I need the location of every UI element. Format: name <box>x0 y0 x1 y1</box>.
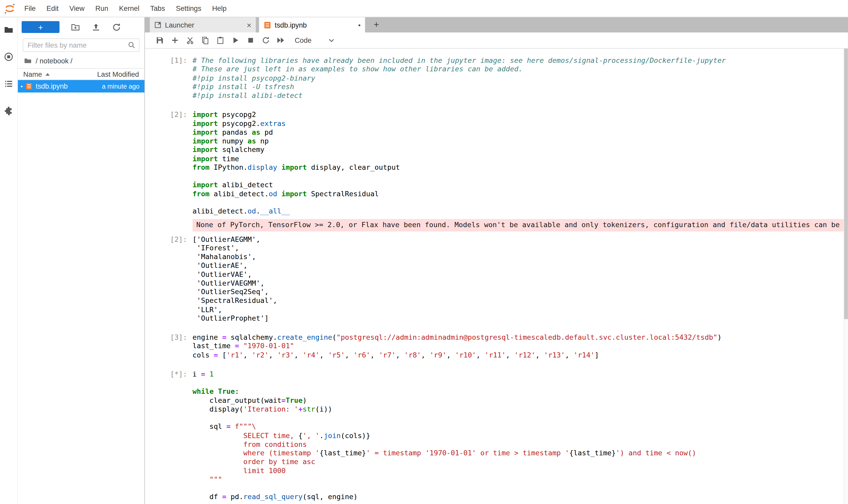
table-of-contents-icon[interactable] <box>3 78 14 89</box>
cell-editor[interactable]: # The following libraries have already b… <box>193 56 844 100</box>
error-output-cell[interactable]: None of PyTorch, TensorFlow >= 2.0, or F… <box>158 219 844 231</box>
code-line[interactable]: """ <box>193 475 844 484</box>
code-line[interactable]: from IPython.display import display, cle… <box>193 163 844 172</box>
refresh-icon[interactable] <box>112 22 121 32</box>
tab-launcher[interactable]: Launcher × <box>150 17 256 33</box>
code-line[interactable] <box>193 172 844 181</box>
unsaved-changes-dot[interactable]: ● <box>358 22 361 27</box>
file-row-tsdb[interactable]: ● tsdb.ipynb a minute ago <box>18 80 144 92</box>
menu-view[interactable]: View <box>64 0 90 17</box>
notebook-icon <box>264 21 272 29</box>
paste-icon[interactable] <box>213 34 228 47</box>
menu-help[interactable]: Help <box>207 0 232 17</box>
cell-editor[interactable]: i = 1 while True: clear_output(wait=True… <box>193 370 844 502</box>
run-icon[interactable] <box>228 34 243 47</box>
menu-file[interactable]: File <box>19 0 41 17</box>
code-line[interactable]: where (timestamp '{last_time}' = timesta… <box>193 449 844 458</box>
code-line[interactable]: import sqlalchemy <box>193 145 844 154</box>
cell-editor[interactable]: import psycopg2import psycopg2.extrasimp… <box>193 110 844 216</box>
code-cell[interactable]: [1]:# The following libraries have alrea… <box>158 56 844 100</box>
code-line[interactable]: alibi_detect.od.__all__ <box>193 207 844 216</box>
code-line[interactable]: while True: <box>193 387 844 396</box>
open-file-dot: ● <box>21 85 25 88</box>
run-all-icon[interactable] <box>273 34 288 47</box>
cell-type-dropdown[interactable]: Code <box>295 36 336 44</box>
output-line: 'OutlierProphet'] <box>193 314 844 323</box>
code-line[interactable]: cols = ['r1', 'r2', 'r3', 'r4', 'r5', 'r… <box>193 351 844 360</box>
menu-run[interactable]: Run <box>90 0 113 17</box>
code-line[interactable]: import psycopg2 <box>193 110 844 119</box>
code-line[interactable] <box>193 198 844 207</box>
file-name: tsdb.ipynb <box>36 82 68 90</box>
code-line[interactable] <box>193 379 844 387</box>
code-line[interactable]: import time <box>193 155 844 163</box>
code-line[interactable]: import numpy as np <box>193 137 844 145</box>
execution-prompt <box>158 219 192 231</box>
code-line[interactable]: clear_output(wait=True) <box>193 396 844 405</box>
code-line[interactable]: order by time asc <box>193 458 844 466</box>
code-line[interactable]: import pandas as pd <box>193 128 844 137</box>
code-line[interactable]: #!pip install psycopg2-binary <box>193 74 844 83</box>
filter-files-box <box>23 38 140 52</box>
column-last-modified[interactable]: Last Modified <box>97 70 139 78</box>
code-line[interactable]: # These are just left in as examples to … <box>193 65 844 74</box>
menu-edit[interactable]: Edit <box>41 0 64 17</box>
code-line[interactable]: engine = sqlalchemy.create_engine("postg… <box>193 333 844 342</box>
code-cell[interactable]: [*]:i = 1 while True: clear_output(wait=… <box>158 370 844 502</box>
new-launcher-button[interactable]: + <box>22 21 59 33</box>
filter-files-input[interactable] <box>23 38 140 52</box>
column-name[interactable]: Name <box>23 70 42 78</box>
code-cell[interactable]: [3]:engine = sqlalchemy.create_engine("p… <box>158 333 844 360</box>
code-line[interactable]: limit 1000 <box>193 466 844 475</box>
folder-icon[interactable] <box>24 57 32 65</box>
code-line[interactable]: i = 1 <box>193 370 844 379</box>
upload-icon[interactable] <box>91 22 101 32</box>
tab-tsdb-label: tsdb.ipynb <box>275 21 355 29</box>
file-browser-tab-icon[interactable] <box>3 24 14 35</box>
scrollbar-thumb[interactable] <box>844 49 848 319</box>
extensions-puzzle-icon[interactable] <box>3 105 14 116</box>
close-tab-icon[interactable]: × <box>247 21 251 29</box>
code-line[interactable]: # The following libraries have already b… <box>193 56 844 65</box>
notebook-scrollbar[interactable] <box>844 49 848 504</box>
breadcrumb-path[interactable]: / notebook / <box>36 57 73 65</box>
output-line: 'LLR', <box>193 305 844 314</box>
stop-icon[interactable] <box>243 34 258 47</box>
menu-tabs[interactable]: Tabs <box>145 0 170 17</box>
code-line[interactable]: display('Iteration: '+str(i)) <box>193 405 844 414</box>
code-line[interactable]: import psycopg2.extras <box>193 119 844 128</box>
code-line[interactable]: sql = f"""\ <box>193 422 844 431</box>
output-cell[interactable]: [2]:['OutlierAEGMM', 'IForest', 'Mahalan… <box>158 235 844 323</box>
new-folder-icon[interactable] <box>71 22 80 32</box>
code-line[interactable]: import alibi_detect <box>193 181 844 190</box>
cell-editor[interactable]: engine = sqlalchemy.create_engine("postg… <box>193 333 844 360</box>
search-icon[interactable] <box>128 41 136 50</box>
menu-settings[interactable]: Settings <box>170 0 207 17</box>
code-line[interactable]: #!pip install alibi-detect <box>193 91 844 100</box>
code-line[interactable]: SELECT time, {', '.join(cols)} <box>193 431 844 440</box>
output-line: 'OutlierSeq2Seq', <box>193 288 844 296</box>
save-icon[interactable] <box>152 34 167 47</box>
code-line[interactable] <box>193 414 844 422</box>
output-line: ['OutlierAEGMM', <box>193 235 844 244</box>
new-tab-button[interactable]: + <box>368 17 384 33</box>
tab-bar: Launcher × tsdb.ipynb ● + <box>145 17 848 33</box>
code-line[interactable]: #!pip install -U tsfresh <box>193 83 844 91</box>
sort-ascending-icon[interactable] <box>45 73 50 75</box>
execution-prompt: [2]: <box>158 110 192 216</box>
copy-icon[interactable] <box>197 34 213 47</box>
code-line[interactable]: df = pd.read_sql_query(sql, engine) <box>193 493 844 502</box>
menu-kernel[interactable]: Kernel <box>113 0 145 17</box>
tab-tsdb[interactable]: tsdb.ipynb ● <box>259 17 365 33</box>
cell-type-value: Code <box>295 36 312 44</box>
code-line[interactable]: from alibi_detect.od import SpectralResi… <box>193 190 844 198</box>
insert-cell-icon[interactable] <box>167 34 182 47</box>
code-cell[interactable]: [2]:import psycopg2import psycopg2.extra… <box>158 110 844 216</box>
restart-icon[interactable] <box>258 34 273 47</box>
running-sessions-icon[interactable] <box>3 51 14 62</box>
workspace: + / notebo <box>0 17 848 504</box>
code-line[interactable]: last_time = "1970-01-01" <box>193 342 844 351</box>
cut-icon[interactable] <box>182 34 198 47</box>
code-line[interactable]: from conditions <box>193 440 844 449</box>
code-line[interactable] <box>193 484 844 493</box>
